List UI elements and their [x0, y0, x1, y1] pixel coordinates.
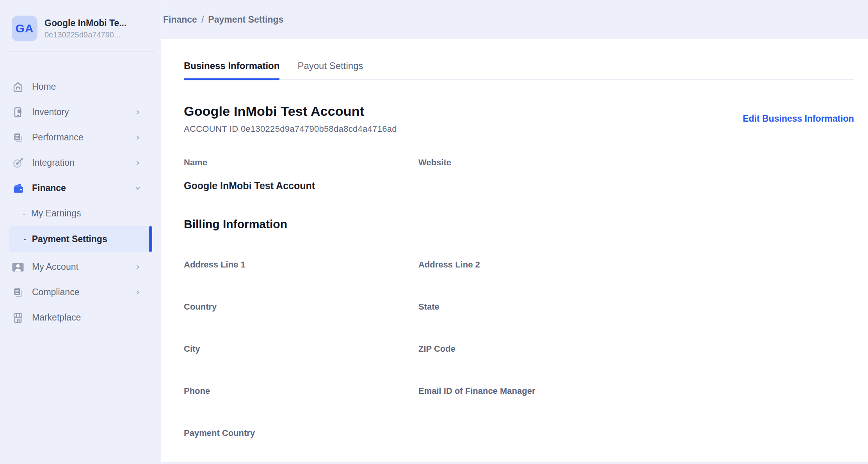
- field-phone: Phone: [184, 386, 418, 428]
- sidebar-item-label: Home: [32, 81, 141, 92]
- billing-information-heading: Billing Information: [184, 217, 854, 232]
- sidebar-item-label: Finance: [32, 183, 135, 193]
- business-title: Google InMobi Test Account: [184, 103, 397, 119]
- integration-icon: [12, 157, 24, 169]
- field-value-email-finance-manager: [418, 408, 854, 420]
- field-country: Country: [184, 302, 418, 344]
- field-label-country: Country: [184, 302, 418, 312]
- field-email-finance-manager: Email ID of Finance Manager: [418, 386, 854, 428]
- payment-settings-card: Business Information Payout Settings Goo…: [161, 39, 868, 462]
- profile-account-id: 0e130225d9a74790...: [44, 30, 126, 39]
- profile-text: Google InMobi Te... 0e130225d9a74790...: [44, 18, 126, 39]
- business-fields: Name Google InMobi Test Account Website: [184, 158, 854, 192]
- sidebar-subitem-payment-settings[interactable]: - Payment Settings: [9, 226, 152, 252]
- business-account-id: ACCOUNT ID 0e130225d9a74790b58da8cd4a471…: [184, 124, 397, 134]
- field-label-payment-country: Payment Country: [184, 428, 418, 438]
- business-title-block: Google InMobi Test Account ACCOUNT ID 0e…: [184, 103, 397, 134]
- avatar[interactable]: GA: [12, 16, 37, 41]
- main-content: Finance / Payment Settings Business Info…: [161, 0, 868, 464]
- field-value-country: [184, 324, 418, 336]
- chevron-down-icon: [135, 186, 141, 191]
- field-value-website: [418, 179, 854, 192]
- sidebar-item-performance[interactable]: Performance: [0, 125, 161, 150]
- sidebar: GA Google InMobi Te... 0e130225d9a74790.…: [0, 0, 161, 464]
- app-root: GA Google InMobi Te... 0e130225d9a74790.…: [0, 0, 868, 464]
- chevron-right-icon: [135, 110, 141, 115]
- chevron-right-icon: [135, 290, 141, 295]
- field-label-city: City: [184, 344, 418, 354]
- field-address-line-1: Address Line 1: [184, 260, 418, 302]
- compliance-icon: [12, 286, 24, 299]
- sidebar-divider: [6, 51, 155, 52]
- field-label-name: Name: [184, 158, 418, 168]
- user-icon: [12, 261, 24, 273]
- chevron-right-icon: [135, 160, 141, 166]
- subitem-bullet: -: [23, 208, 26, 219]
- wallet-icon: [12, 182, 24, 195]
- storefront-icon: [12, 312, 24, 324]
- field-state: State: [418, 302, 854, 344]
- field-value-state: [418, 324, 854, 336]
- sidebar-item-compliance[interactable]: Compliance: [0, 280, 161, 305]
- performance-icon: [12, 131, 24, 144]
- sidebar-item-label: Performance: [32, 132, 135, 143]
- profile-name: Google InMobi Te...: [44, 18, 126, 28]
- chevron-right-icon: [135, 264, 141, 270]
- field-value-address-line-1: [184, 282, 418, 294]
- field-label-address-line-1: Address Line 1: [184, 260, 418, 270]
- breadcrumb-payment-settings[interactable]: Payment Settings: [208, 14, 283, 25]
- tab-business-information[interactable]: Business Information: [184, 60, 279, 80]
- field-label-zip-code: ZIP Code: [418, 344, 854, 354]
- field-value-payment-country: [184, 450, 418, 462]
- chevron-right-icon: [135, 135, 141, 140]
- sidebar-item-marketplace[interactable]: Marketplace: [0, 305, 161, 330]
- sidebar-item-home[interactable]: Home: [0, 74, 161, 99]
- sidebar-nav: Home Inventory: [0, 74, 161, 330]
- tab-bar: Business Information Payout Settings: [184, 39, 854, 80]
- field-address-line-2: Address Line 2: [418, 260, 854, 302]
- tab-payout-settings[interactable]: Payout Settings: [297, 60, 363, 79]
- home-icon: [12, 81, 24, 93]
- field-value-city: [184, 366, 418, 378]
- sidebar-subitem-my-earnings[interactable]: - My Earnings: [0, 201, 161, 226]
- sidebar-item-finance[interactable]: Finance: [0, 175, 161, 201]
- topbar: Finance / Payment Settings: [161, 0, 868, 39]
- sidebar-subitem-label: Payment Settings: [32, 234, 107, 244]
- sidebar-item-label: Inventory: [32, 107, 135, 117]
- field-value-address-line-2: [418, 282, 854, 294]
- account-profile[interactable]: GA Google InMobi Te... 0e130225d9a74790.…: [0, 0, 161, 41]
- sidebar-item-inventory[interactable]: Inventory: [0, 99, 161, 125]
- breadcrumb: Finance / Payment Settings: [163, 14, 283, 25]
- field-label-phone: Phone: [184, 386, 418, 396]
- billing-fields: Address Line 1 Address Line 2 Country St…: [184, 260, 854, 462]
- edit-business-information-link[interactable]: Edit Business Information: [743, 113, 854, 124]
- field-label-address-line-2: Address Line 2: [418, 260, 854, 270]
- field-label-email-finance-manager: Email ID of Finance Manager: [418, 386, 854, 396]
- sidebar-item-label: Integration: [32, 158, 135, 168]
- field-city: City: [184, 344, 418, 386]
- field-payment-country: Payment Country: [184, 428, 418, 462]
- inventory-icon: [12, 106, 24, 119]
- business-header: Google InMobi Test Account ACCOUNT ID 0e…: [184, 103, 854, 134]
- sidebar-item-label: Marketplace: [32, 312, 141, 323]
- subitem-bullet: -: [23, 234, 27, 244]
- sidebar-item-label: My Account: [32, 262, 135, 272]
- field-zip-code: ZIP Code: [418, 344, 854, 386]
- selected-indicator-bar: [149, 226, 152, 252]
- field-label-website: Website: [418, 158, 854, 168]
- field-value-zip-code: [418, 366, 854, 378]
- sidebar-item-integration[interactable]: Integration: [0, 150, 161, 175]
- field-website: Website: [418, 158, 854, 192]
- breadcrumb-finance[interactable]: Finance: [163, 14, 197, 25]
- field-name: Name Google InMobi Test Account: [184, 158, 418, 192]
- field-value-name: Google InMobi Test Account: [184, 179, 418, 192]
- sidebar-item-my-account[interactable]: My Account: [0, 254, 161, 280]
- breadcrumb-separator: /: [201, 14, 204, 25]
- sidebar-subitem-label: My Earnings: [31, 208, 81, 219]
- sidebar-item-label: Compliance: [32, 287, 135, 298]
- field-label-state: State: [418, 302, 854, 312]
- field-value-phone: [184, 408, 418, 420]
